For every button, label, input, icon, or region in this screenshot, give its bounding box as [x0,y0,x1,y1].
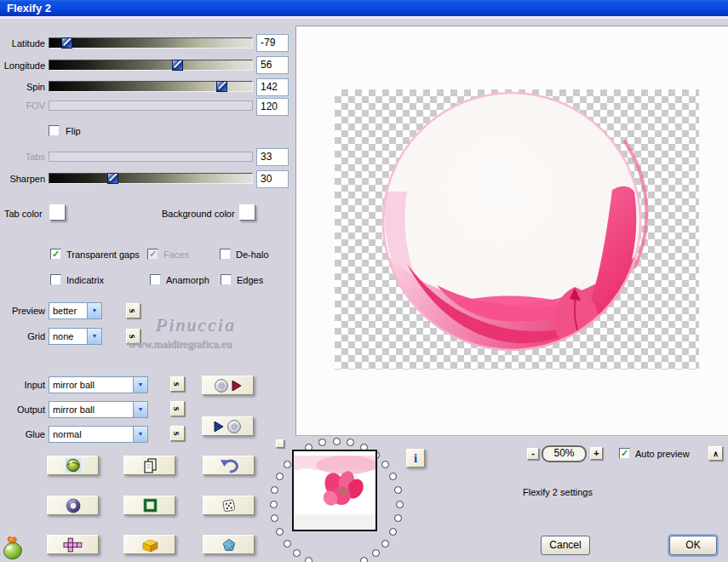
tabs-value[interactable]: 33 [256,148,289,166]
faces-label: Faces [163,249,189,261]
cd-icon [214,378,229,393]
fov-label: FOV [0,100,45,112]
flip-checkbox[interactable] [49,125,60,136]
longitude-slider[interactable] [49,60,253,71]
chevron-down-icon[interactable]: ▼ [133,402,147,417]
chevron-down-icon[interactable]: ▼ [87,303,101,318]
copy-button[interactable] [123,456,175,475]
indicatrix-checkbox[interactable] [50,274,61,285]
pentagon-gem-icon [221,536,238,553]
preview-combo[interactable]: better ▼ [49,302,102,319]
grid-combo[interactable]: none ▼ [49,328,102,345]
grid-combo-value: none [53,331,73,342]
indicatrix-label: Indicatrix [66,275,104,286]
latitude-value[interactable]: -79 [256,34,289,52]
ring-dot [284,540,291,548]
edges-label: Edges [237,275,263,286]
fov-slider [49,100,253,111]
sharpen-slider-thumb[interactable] [107,173,118,184]
planet-preview-button[interactable] [47,456,99,475]
title-bar[interactable]: Flexify 2 [0,0,728,19]
output-combo-label: Output [0,404,45,416]
anamorph-label: Anamorph [166,275,209,286]
chevron-down-icon[interactable]: ▼ [133,427,147,442]
caret-up-icon: ∧ [713,450,719,458]
info-button[interactable]: i [406,449,425,467]
flexify-dialog: Flexify 2 Latitude -79 Longitude 56 Spin… [0,0,728,562]
zoom-level: 50% [542,445,587,462]
input-shuffle-button[interactable]: s [170,376,185,392]
background-color-swatch[interactable] [239,204,255,221]
fov-value[interactable]: 120 [256,98,289,116]
sphere-icon [65,457,82,474]
transparent-gaps-checkbox[interactable]: ✓ [50,249,61,260]
spin-value[interactable]: 142 [256,78,289,96]
zoom-in-button[interactable]: + [590,447,603,460]
transparent-gaps-label: Transparent gaps [66,249,140,261]
sharpen-slider[interactable] [49,173,253,184]
longitude-slider-thumb[interactable] [172,60,183,71]
anamorph-checkbox[interactable] [150,274,161,285]
ring-dot [276,528,284,536]
tabs-label: Tabs [0,152,45,163]
undo-arrow-icon [220,457,238,474]
input-combo[interactable]: mirror ball ▼ [49,376,148,393]
glue-shuffle-button[interactable]: s [170,426,185,441]
preview-combo-value: better [53,306,77,317]
spin-slider[interactable] [49,81,253,92]
ok-button[interactable]: OK [669,536,717,555]
undo-button[interactable] [203,456,255,475]
chevron-down-icon[interactable]: ▼ [133,377,147,393]
glue-combo[interactable]: normal ▼ [49,426,148,443]
ring-dot [284,461,291,468]
save-settings-button[interactable] [202,416,254,436]
de-halo-checkbox[interactable] [220,249,231,260]
source-thumbnail[interactable] [292,450,377,531]
tab-color-swatch[interactable] [49,204,66,221]
zoom-out-button[interactable]: - [527,448,539,460]
ring-dot [293,549,301,557]
tabs-slider [49,152,253,162]
output-shuffle-button[interactable]: s [170,401,185,416]
ring-dot [360,557,368,562]
dialog-title: Flexify 2 [7,2,51,14]
ring-dot [394,486,402,494]
load-settings-button[interactable] [202,376,254,395]
ring-dot [333,438,341,445]
spin-slider-thumb[interactable] [216,81,227,92]
ring-dot [381,540,389,548]
output-combo[interactable]: mirror ball ▼ [49,401,148,418]
faces-checkbox: ✓ [147,249,158,260]
play-triangle-blue-icon [214,422,224,432]
randomize-button[interactable] [203,496,255,515]
latitude-label: Latitude [0,38,45,49]
brick-button[interactable] [123,535,175,554]
ring-dot [305,557,312,562]
latitude-slider-thumb[interactable] [61,37,72,49]
polyhedron-button[interactable] [203,535,255,554]
transparency-checkerboard [335,89,699,370]
edges-checkbox[interactable] [221,274,232,285]
sharpen-value[interactable]: 30 [256,170,289,188]
minus-icon: - [531,448,535,458]
cancel-button[interactable]: Cancel [541,536,590,555]
copy-pages-icon [141,457,158,474]
preview-shuffle-button[interactable]: s [126,303,140,318]
preview-panel[interactable] [295,26,728,436]
ring-dot [389,473,397,480]
latitude-slider[interactable] [49,37,253,49]
chevron-down-icon[interactable]: ▼ [87,329,101,344]
collapse-button[interactable]: ∧ [708,446,723,461]
dotted-circle-handle[interactable] [276,439,284,448]
ring-dot [318,439,326,446]
torus-button[interactable] [47,496,99,515]
output-combo-value: mirror ball [53,404,95,416]
longitude-value[interactable]: 56 [256,56,289,74]
watermark-url: www.maidiregrafica.eu [128,337,232,351]
dice-icon [221,497,238,514]
play-triangle-red-icon [232,381,242,391]
frame-button[interactable] [123,496,175,515]
cube-net-button[interactable] [47,535,99,554]
flaming-pear-logo [2,536,26,561]
auto-preview-checkbox[interactable]: ✓ [619,448,630,459]
